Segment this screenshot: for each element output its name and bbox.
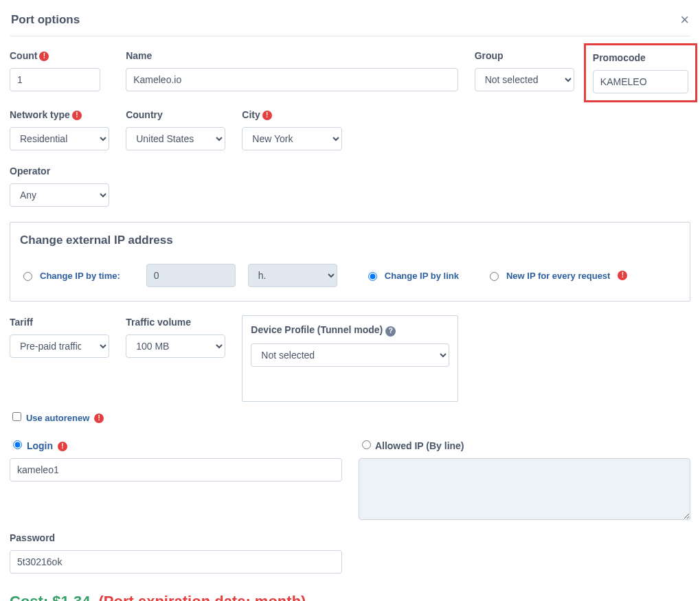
required-icon: ! — [262, 111, 272, 120]
group-select[interactable]: Not selected — [475, 68, 574, 91]
login-label: Login — [27, 440, 53, 451]
network-type-select[interactable]: Residential — [10, 127, 109, 150]
expiration-label: (Port expiration date: month) — [99, 593, 306, 601]
cost-section: Cost: $1.34 (Port expiration date: month… — [10, 593, 690, 601]
country-field: Country United States — [126, 109, 225, 150]
tariff-select[interactable]: Pre-paid traffic — [10, 334, 109, 358]
group-label: Group — [475, 50, 574, 61]
required-icon: ! — [618, 271, 627, 280]
password-input[interactable] — [10, 550, 342, 574]
cost-label: Cost: $1.34 — [10, 593, 90, 601]
count-input[interactable] — [10, 68, 100, 91]
allowed-ip-radio[interactable] — [362, 440, 371, 449]
device-profile-label: Device Profile (Tunnel mode)? — [251, 324, 449, 337]
network-type-label: Network type! — [10, 109, 109, 120]
group-field: Group Not selected — [475, 50, 574, 94]
change-ip-unit-select[interactable]: h. — [248, 264, 337, 287]
change-ip-by-time: Change IP by time: h. — [20, 264, 337, 287]
promocode-field: Promocode — [591, 50, 690, 94]
required-icon: ! — [39, 52, 49, 61]
autorenew-label: Use autorenew — [26, 413, 89, 423]
traffic-volume-field: Traffic volume 100 MB — [126, 317, 225, 402]
required-icon: ! — [58, 442, 67, 451]
dialog-header: Port options × — [10, 7, 690, 36]
country-select[interactable]: United States — [126, 127, 225, 150]
count-label: Count! — [10, 50, 109, 61]
allowed-ip-field: Allowed IP (By line) — [359, 438, 691, 520]
network-type-field: Network type! Residential — [10, 109, 109, 150]
operator-label: Operator — [10, 166, 109, 177]
name-field: Name — [126, 50, 458, 94]
change-ip-title: Change external IP address — [20, 234, 680, 247]
login-radio[interactable] — [13, 440, 22, 449]
change-ip-by-link: Change IP by link — [365, 270, 459, 281]
password-field: Password — [10, 532, 342, 574]
count-field: Count! — [10, 50, 109, 94]
change-ip-every-request-radio[interactable] — [490, 272, 499, 281]
change-ip-by-link-radio[interactable] — [368, 272, 377, 281]
login-field: Login ! — [10, 438, 342, 520]
traffic-volume-select[interactable]: 100 MB — [126, 334, 225, 358]
help-icon[interactable]: ? — [385, 326, 396, 337]
operator-field: Operator Any — [10, 166, 109, 207]
allowed-ip-label: Allowed IP (By line) — [375, 440, 464, 451]
device-profile-field: Device Profile (Tunnel mode)? Not select… — [242, 317, 458, 402]
country-label: Country — [126, 109, 225, 120]
promocode-highlight: Promocode — [584, 43, 697, 102]
close-icon[interactable]: × — [680, 12, 689, 27]
password-label: Password — [10, 532, 342, 543]
required-icon: ! — [72, 111, 82, 120]
change-ip-by-time-label: Change IP by time: — [40, 271, 120, 281]
name-label: Name — [126, 50, 458, 61]
allowed-ip-textarea[interactable] — [359, 458, 691, 520]
change-ip-section: Change external IP address Change IP by … — [10, 222, 690, 302]
promocode-input[interactable] — [593, 70, 688, 93]
operator-select[interactable]: Any — [10, 183, 109, 207]
city-label: City! — [242, 109, 341, 120]
device-profile-select[interactable]: Not selected — [251, 343, 449, 367]
traffic-volume-label: Traffic volume — [126, 317, 225, 328]
tariff-field: Tariff Pre-paid traffic — [10, 317, 109, 402]
city-field: City! New York — [242, 109, 341, 150]
tariff-label: Tariff — [10, 317, 109, 328]
login-input[interactable] — [10, 458, 342, 481]
autorenew-row: Use autorenew ! — [10, 410, 225, 423]
change-ip-every-request: New IP for every request ! — [486, 270, 628, 281]
autorenew-checkbox[interactable] — [12, 412, 21, 421]
name-input[interactable] — [126, 68, 458, 91]
change-ip-every-request-label: New IP for every request — [506, 271, 611, 281]
dialog-title: Port options — [11, 13, 80, 27]
change-ip-time-value[interactable] — [146, 264, 236, 287]
change-ip-by-link-label: Change IP by link — [385, 271, 459, 281]
city-select[interactable]: New York — [242, 127, 341, 150]
change-ip-by-time-radio[interactable] — [23, 272, 32, 281]
promocode-label: Promocode — [593, 52, 688, 63]
required-icon: ! — [94, 413, 104, 423]
